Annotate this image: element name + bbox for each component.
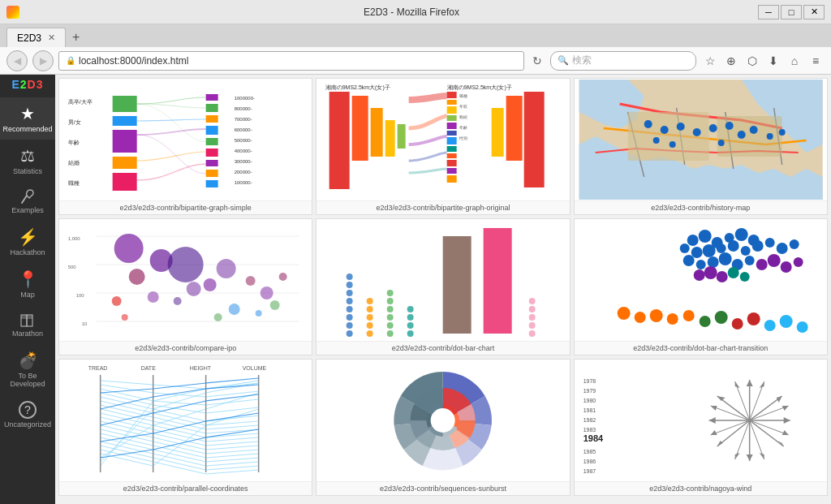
svg-point-158: [744, 256, 754, 265]
svg-rect-34: [206, 180, 218, 187]
svg-rect-49: [447, 146, 457, 152]
svg-point-164: [704, 266, 717, 279]
svg-point-138: [698, 230, 711, 243]
svg-text:1985: 1985: [583, 449, 596, 454]
gallery-item-parallel-coordinates[interactable]: TREAD DATE HEIGHT VOLUME: [58, 359, 312, 496]
svg-rect-60: [506, 96, 523, 161]
back-button[interactable]: ◀: [6, 50, 28, 71]
menu-icon[interactable]: ≡: [807, 52, 825, 70]
svg-point-178: [779, 315, 792, 328]
svg-text:性別: 性別: [459, 136, 467, 140]
svg-rect-44: [447, 106, 457, 114]
svg-text:年齢: 年齢: [459, 125, 467, 130]
svg-point-150: [764, 238, 774, 248]
svg-text:結婚: 結婚: [67, 160, 80, 166]
svg-rect-30: [206, 138, 218, 145]
svg-point-135: [529, 298, 536, 304]
pin-icon: 📍: [18, 269, 38, 289]
gallery-item-dot-bar-chart[interactable]: e2d3/e2d3-contrib/dot-bar-chart: [316, 218, 570, 355]
svg-point-118: [367, 298, 373, 304]
svg-point-98: [279, 273, 287, 281]
sidebar-label-hackathon: Hackathon: [10, 248, 45, 256]
gallery-item-compare-ipo[interactable]: 1,000 500 100 10: [58, 218, 312, 355]
svg-text:湘南の9MS2.5km大(女)子: 湘南の9MS2.5km大(女)子: [325, 84, 390, 91]
sidebar-item-statistics[interactable]: ⚖ Statistics: [0, 140, 55, 182]
svg-point-170: [649, 309, 662, 322]
svg-text:TREAD: TREAD: [88, 365, 108, 371]
svg-point-113: [347, 274, 353, 280]
bookmark-icon[interactable]: ☆: [701, 52, 719, 70]
minimize-button[interactable]: ─: [758, 5, 779, 19]
svg-point-159: [756, 259, 767, 270]
svg-point-169: [634, 312, 645, 323]
sidebar-item-hackathon[interactable]: ⚡ Hackathon: [0, 221, 55, 263]
gallery-item-history-map[interactable]: e2d3/e2d3-contrib/history-map: [574, 78, 828, 215]
svg-point-120: [387, 322, 394, 329]
svg-rect-27: [206, 104, 218, 112]
svg-point-65: [644, 120, 652, 128]
home-icon[interactable]: ⌂: [786, 52, 803, 70]
active-tab[interactable]: E2D3 ✕: [6, 28, 66, 47]
sidebar-item-marathon[interactable]: Marathon: [0, 305, 55, 344]
svg-point-165: [716, 271, 727, 282]
svg-point-95: [174, 297, 182, 305]
home-sync-icon[interactable]: ⊕: [722, 52, 740, 70]
svg-rect-40: [385, 120, 395, 157]
logo-2: 2: [20, 78, 28, 91]
svg-rect-45: [447, 115, 457, 121]
caption-bipartite-simple: e2d3/e2d3-contrib/bipartite-graph-simple: [59, 200, 312, 214]
svg-point-119: [387, 330, 394, 337]
tab-close-button[interactable]: ✕: [48, 32, 55, 43]
gallery-item-bipartite-simple[interactable]: 高卒/大卒 男/女 年齢 結婚 職種 1000000- 800000- 7000…: [58, 78, 312, 215]
gallery-image-dot-bar-chart: [316, 219, 569, 341]
gallery-item-sequences-sunburst[interactable]: e2d3/e2d3-contrib/sequences-sunburst: [316, 359, 570, 496]
sidebar: E2D3 ★ Recommended ⚖ Statistics Examples…: [0, 75, 55, 504]
gallery-item-nagoya-wind[interactable]: 1978 1979 1980 1981 1982 1983 1984 1985 …: [574, 359, 828, 496]
svg-point-74: [778, 129, 785, 136]
download-icon[interactable]: ⬇: [764, 52, 782, 70]
forward-button[interactable]: ▶: [32, 50, 54, 71]
svg-text:HEIGHT: HEIGHT: [190, 365, 212, 371]
sidebar-item-recommended[interactable]: ★ Recommended: [0, 97, 55, 140]
sidebar-item-map[interactable]: 📍 Map: [0, 263, 55, 305]
maximize-button[interactable]: □: [781, 5, 802, 19]
tab-bar: E2D3 ✕ +: [0, 24, 831, 47]
svg-rect-46: [447, 123, 457, 129]
svg-point-123: [387, 298, 394, 304]
svg-rect-38: [352, 96, 368, 161]
gallery-item-dot-bar-transition[interactable]: e2d3/e2d3-contrib/dot-bar-chart-transiti…: [574, 218, 828, 355]
svg-text:10: 10: [82, 321, 88, 326]
caption-sequences-sunburst: e2d3/e2d3-contrib/sequences-sunburst: [316, 481, 569, 495]
refresh-button[interactable]: ↻: [532, 54, 542, 67]
gallery-item-bipartite-original[interactable]: 湘南の9MS2.5km大(女)子 湘南の9MS2.5km大(女)子: [316, 78, 570, 215]
svg-point-137: [687, 235, 698, 246]
address-bar: ◀ ▶ 🔒 localhost:8000/index.html ↻ 🔍 検索 ☆…: [0, 47, 831, 75]
svg-point-155: [707, 256, 718, 268]
svg-text:100: 100: [76, 293, 85, 298]
sidebar-label-recommended: Recommended: [2, 125, 52, 133]
search-bar[interactable]: 🔍 検索: [550, 51, 696, 71]
svg-point-122: [387, 306, 394, 312]
pocket-icon[interactable]: ⬡: [743, 52, 761, 70]
new-tab-button[interactable]: +: [66, 28, 86, 47]
svg-point-107: [347, 322, 353, 329]
svg-point-160: [767, 254, 780, 267]
sidebar-item-to-be-developed[interactable]: 💣 To Be Developed: [0, 344, 55, 394]
svg-point-76: [669, 141, 675, 148]
svg-rect-37: [329, 92, 350, 189]
search-icon: 🔍: [558, 55, 569, 66]
svg-point-146: [716, 243, 726, 253]
svg-point-154: [695, 260, 705, 269]
map-book-icon: [19, 312, 37, 330]
url-bar[interactable]: 🔒 localhost:8000/index.html: [58, 51, 524, 71]
svg-point-166: [727, 267, 738, 278]
close-button[interactable]: ✕: [803, 5, 825, 19]
svg-point-111: [347, 290, 353, 296]
svg-rect-22: [113, 116, 137, 126]
svg-point-153: [682, 255, 694, 266]
sidebar-item-uncategorized[interactable]: ? Uncategorized: [0, 394, 55, 435]
svg-rect-61: [492, 108, 504, 157]
svg-text:700000-: 700000-: [235, 117, 252, 122]
sidebar-item-examples[interactable]: Examples: [0, 182, 55, 221]
svg-rect-31: [206, 149, 218, 157]
